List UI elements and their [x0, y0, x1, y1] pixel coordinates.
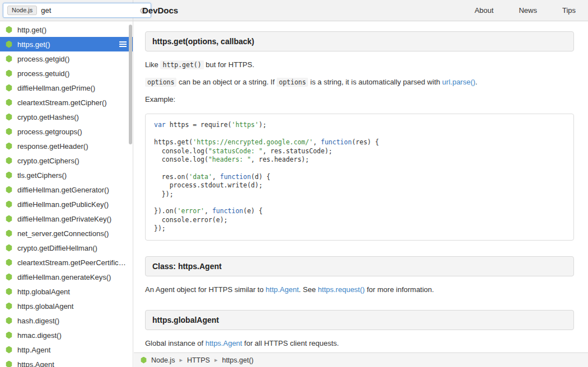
breadcrumb-item[interactable]: Node.js: [151, 356, 175, 364]
sidebar-item[interactable]: http.globalAgent: [0, 284, 133, 299]
text-span: Example:: [145, 95, 175, 103]
inline-code: options: [145, 78, 176, 87]
sidebar-item[interactable]: process.getuid(): [0, 66, 133, 81]
nodejs-icon: [6, 186, 12, 194]
text-span: can be an object or a string. If: [176, 78, 277, 86]
code-token: https = require(: [166, 121, 232, 129]
text-span: for more information.: [365, 285, 434, 294]
sidebar-item-label: cleartextStream.getPeerCertificate(): [17, 258, 128, 267]
code-token: }).on(: [154, 207, 178, 215]
sidebar-item[interactable]: diffieHellman.getGenerator(): [0, 182, 133, 197]
sidebar-item-label: https.get(): [17, 40, 114, 49]
sidebar-item[interactable]: process.getgid(): [0, 51, 133, 66]
doc-link[interactable]: https.request(): [318, 285, 365, 294]
sidebar-item[interactable]: hash.digest(): [0, 313, 133, 328]
sidebar-item-label: https.globalAgent: [17, 302, 128, 310]
sidebar-results: http.get()https.get()process.getgid()pro…: [0, 22, 133, 367]
code-token: console.error(e);: [154, 216, 228, 224]
code-token: });: [154, 190, 174, 198]
paragraph: An Agent object for HTTPS similar to htt…: [145, 284, 574, 295]
sidebar-item-label: http.Agent: [17, 346, 128, 354]
code-block: var https = require('https');https.get('…: [145, 114, 574, 240]
code-token: res.on(: [154, 173, 189, 181]
code-token: console.log(: [154, 156, 208, 163]
code-token: ,: [204, 207, 212, 215]
nodejs-icon: [6, 274, 12, 281]
sidebar-item[interactable]: process.getgroups(): [0, 124, 133, 139]
sidebar-item[interactable]: crypto.getDiffieHellman(): [0, 241, 133, 255]
sidebar-item[interactable]: https.Agent: [0, 357, 133, 367]
sidebar-item-label: https.Agent: [17, 360, 128, 367]
doc-link[interactable]: http.Agent: [265, 285, 298, 294]
code-line: process.stdout.write(d);: [154, 181, 565, 190]
nav-link-about[interactable]: About: [474, 6, 493, 15]
nodejs-icon: [6, 259, 12, 266]
text-span: Like: [145, 60, 160, 69]
nodejs-icon: [6, 26, 12, 34]
sidebar-item-label: response.getHeader(): [17, 142, 128, 150]
code-line: console.error(e);: [154, 216, 565, 224]
nodejs-icon: [6, 128, 12, 135]
code-token: process.stdout.write(d);: [154, 181, 263, 189]
sidebar-item[interactable]: hmac.digest(): [0, 328, 133, 342]
sidebar-item[interactable]: cleartextStream.getCipher(): [0, 95, 133, 110]
sidebar-item-label: crypto.getCiphers(): [17, 157, 128, 165]
sidebar-item[interactable]: cleartextStream.getPeerCertificate(): [0, 255, 133, 270]
search-input[interactable]: [41, 6, 139, 15]
code-token: ,: [212, 173, 220, 181]
search-box[interactable]: Node.js ⊗: [3, 3, 151, 18]
sidebar-item[interactable]: tls.getCiphers(): [0, 168, 133, 182]
doc-link[interactable]: https.Agent: [206, 339, 242, 347]
header-nav: AboutNewsTips: [474, 6, 588, 15]
text-span: for all HTTPS client requests.: [242, 339, 339, 347]
sidebar-item-label: process.getgid(): [17, 55, 128, 63]
nodejs-icon: [6, 172, 12, 179]
sidebar-item-label: net_server.getConnections(): [17, 229, 128, 238]
sidebar-item-label: hmac.digest(): [17, 331, 128, 340]
sidebar-item[interactable]: diffieHellman.generateKeys(): [0, 270, 133, 284]
nodejs-icon: [6, 201, 12, 208]
sidebar-item[interactable]: diffieHellman.getPublicKey(): [0, 197, 133, 211]
paragraph: options can be an object or a string. If…: [145, 77, 574, 88]
nodejs-icon: [6, 332, 12, 339]
code-line: });: [154, 224, 565, 233]
doc-scope-tag[interactable]: Node.js: [7, 6, 37, 15]
sidebar-item[interactable]: diffieHellman.getPrime(): [0, 81, 133, 95]
code-token: (res) {: [352, 138, 379, 146]
nodejs-icon: [6, 317, 12, 324]
sidebar-item[interactable]: response.getHeader(): [0, 139, 133, 153]
sidebar-item[interactable]: crypto.getCiphers(): [0, 153, 133, 168]
nav-link-news[interactable]: News: [519, 6, 537, 15]
sidebar-item[interactable]: http.get(): [0, 22, 133, 37]
sidebar-item[interactable]: https.get(): [0, 37, 133, 51]
paragraph: Like http.get() but for HTTPS.: [145, 59, 574, 70]
nav-link-tips[interactable]: Tips: [562, 6, 576, 15]
nodejs-icon: [6, 215, 12, 223]
nodejs-icon: [6, 288, 12, 295]
hamburger-icon[interactable]: [119, 44, 127, 45]
sidebar-item[interactable]: net_server.getConnections(): [0, 226, 133, 241]
doc-link[interactable]: url.parse(): [442, 78, 475, 86]
code-line: https.get('https://encrypted.google.com/…: [154, 138, 565, 147]
code-token: "statusCode: ": [208, 147, 263, 155]
sidebar-item[interactable]: https.globalAgent: [0, 299, 133, 313]
top-bar: Node.js ⊗ DevDocs AboutNewsTips: [0, 0, 588, 21]
nodejs-icon: [6, 55, 12, 63]
sidebar: http.get()https.get()process.getgid()pro…: [0, 21, 133, 367]
breadcrumb-item[interactable]: https.get(): [222, 356, 253, 364]
nodejs-icon: [6, 303, 12, 310]
code-token: 'https': [231, 121, 258, 129]
code-token: https.get(: [154, 138, 193, 146]
paragraph: Example:: [145, 94, 574, 105]
text-span: Global instance of: [145, 339, 206, 347]
section-heading: https.globalAgent: [145, 310, 574, 330]
text-span: . See: [299, 285, 318, 294]
nodejs-icon: [6, 143, 12, 150]
sidebar-item[interactable]: diffieHellman.getPrivateKey(): [0, 211, 133, 226]
code-line: res.on('data', function(d) {: [154, 173, 565, 181]
breadcrumb-item[interactable]: HTTPS: [187, 356, 210, 364]
nodejs-icon: [6, 41, 12, 48]
sidebar-item[interactable]: crypto.getHashes(): [0, 110, 133, 124]
sidebar-item[interactable]: http.Agent: [0, 342, 133, 357]
sidebar-scrollbar[interactable]: [129, 25, 132, 144]
